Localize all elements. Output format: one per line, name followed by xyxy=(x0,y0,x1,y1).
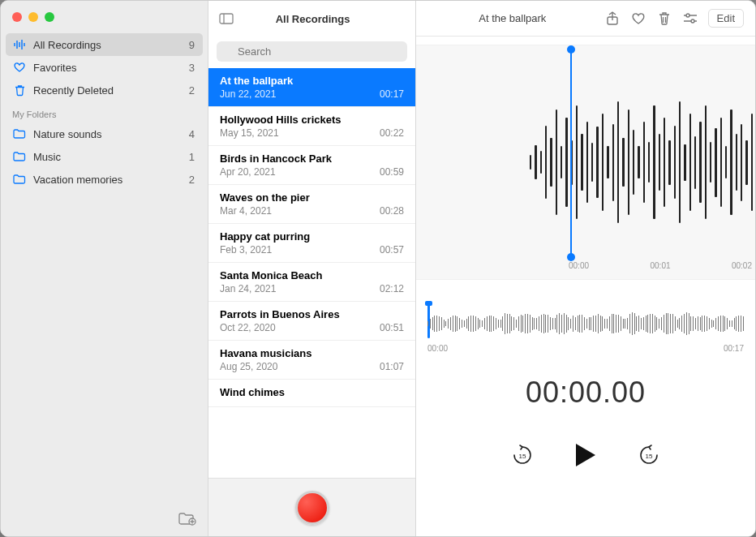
recording-date: Feb 3, 2021 xyxy=(220,244,272,256)
delete-button[interactable] xyxy=(653,7,676,30)
recording-item[interactable]: Birds in Hancock ParkApr 20, 202100:59 xyxy=(208,146,415,185)
recording-title: Birds in Hancock Park xyxy=(220,153,404,165)
recording-title: Wind chimes xyxy=(220,386,404,398)
sidebar-item-label: Recently Deleted xyxy=(33,84,189,97)
my-folders-header: My Folders xyxy=(1,101,208,122)
sidebar-item-count: 2 xyxy=(189,84,195,97)
overview-start-label: 00:00 xyxy=(427,344,448,353)
recording-item[interactable]: Santa Monica BeachJan 24, 202102:12 xyxy=(208,263,415,302)
recording-item[interactable]: At the ballparkJun 22, 202100:17 xyxy=(208,68,415,107)
heart-icon xyxy=(12,62,27,73)
detail-toolbar: At the ballpark Edit xyxy=(416,1,755,37)
recording-date: Oct 22, 2020 xyxy=(220,322,276,333)
trash-icon xyxy=(12,84,27,97)
sidebar-item-favorites[interactable]: Favorites3 xyxy=(1,56,208,79)
tick-label: 00:01 xyxy=(650,261,670,270)
recording-item[interactable]: Wind chimes xyxy=(208,380,415,407)
recording-item[interactable]: Parrots in Buenos AiresOct 22, 202000:51 xyxy=(208,302,415,341)
window-controls xyxy=(1,1,208,30)
playback-controls: 15 15 xyxy=(416,440,755,470)
sidebar-item-label: Nature sounds xyxy=(33,128,189,140)
middle-header: All Recordings xyxy=(208,1,415,37)
favorite-button[interactable] xyxy=(627,7,650,30)
sidebar-item-label: Favorites xyxy=(33,62,189,74)
waveform-icon xyxy=(12,40,27,49)
sidebar-folder-music[interactable]: Music1 xyxy=(1,145,208,168)
zoom-window-button[interactable] xyxy=(45,12,54,22)
sidebar-folder-vacation-memories[interactable]: Vacation memories2 xyxy=(1,168,208,191)
record-button[interactable] xyxy=(295,491,329,525)
skip-forward-15-button[interactable]: 15 xyxy=(636,442,662,468)
recording-date: Jan 24, 2021 xyxy=(220,283,276,294)
svg-text:15: 15 xyxy=(519,453,526,460)
recording-title: Santa Monica Beach xyxy=(220,269,404,281)
recording-duration: 00:28 xyxy=(380,205,404,217)
sidebar-item-recently-deleted[interactable]: Recently Deleted2 xyxy=(1,79,208,101)
sidebar-item-all-recordings[interactable]: All Recordings9 xyxy=(6,33,203,56)
sidebar-folder-nature-sounds[interactable]: Nature sounds4 xyxy=(1,122,208,145)
recording-item[interactable]: Hollywood Hills cricketsMay 15, 202100:2… xyxy=(208,107,415,146)
recording-duration: 00:59 xyxy=(380,166,404,178)
recording-duration: 01:07 xyxy=(380,361,404,372)
waveform-zoomed[interactable]: 00:00 00:01 00:02 xyxy=(416,45,755,280)
recording-title: Hollywood Hills crickets xyxy=(220,114,404,126)
minimize-window-button[interactable] xyxy=(28,12,38,22)
options-button[interactable] xyxy=(679,7,702,30)
recording-item[interactable]: Waves on the pierMar 4, 202100:28 xyxy=(208,185,415,224)
playhead[interactable] xyxy=(570,50,572,256)
waveform-zoomed-bars xyxy=(530,70,755,255)
sidebar-item-label: Music xyxy=(33,151,189,163)
recording-item[interactable]: Havana musiciansAug 25, 202001:07 xyxy=(208,341,415,380)
sidebar-item-label: All Recordings xyxy=(33,39,189,51)
recording-title: Waves on the pier xyxy=(220,191,404,204)
sidebar-list: All Recordings9Favorites3Recently Delete… xyxy=(1,30,208,502)
sidebar-item-count: 2 xyxy=(189,174,195,186)
close-window-button[interactable] xyxy=(12,12,22,22)
recordings-header-title: All Recordings xyxy=(220,13,406,25)
recording-item[interactable]: Happy cat purringFeb 3, 202100:57 xyxy=(208,224,415,263)
play-button[interactable] xyxy=(571,440,600,470)
time-ruler: 00:00 00:01 00:02 xyxy=(416,261,755,279)
svg-text:15: 15 xyxy=(646,453,653,460)
recording-date: May 15, 2021 xyxy=(220,127,279,139)
search-wrap xyxy=(208,37,415,68)
recording-date: Aug 25, 2020 xyxy=(220,361,277,372)
time-display: 00:00.00 xyxy=(416,376,755,410)
recording-title: Havana musicians xyxy=(220,347,404,359)
new-folder-button[interactable] xyxy=(178,513,196,526)
share-button[interactable] xyxy=(601,7,624,30)
recording-title: Happy cat purring xyxy=(220,230,404,243)
recording-date: Apr 20, 2021 xyxy=(220,166,276,178)
recording-duration: 00:57 xyxy=(380,244,404,256)
sidebar-item-count: 1 xyxy=(189,151,195,163)
recordings-column: All Recordings At the ballparkJun 22, 20… xyxy=(208,1,416,536)
waveform-overview-bars xyxy=(427,311,744,337)
tick-label: 00:02 xyxy=(732,261,752,270)
folder-icon xyxy=(12,152,27,161)
sidebar: All Recordings9Favorites3Recently Delete… xyxy=(1,1,208,536)
recording-date: Mar 4, 2021 xyxy=(220,205,272,217)
waveform-overview[interactable]: 00:00 00:17 xyxy=(427,304,744,353)
detail-pane: At the ballpark Edit 00:00 00:01 00:02 xyxy=(416,1,755,536)
recording-date: Jun 22, 2021 xyxy=(220,88,276,100)
record-bar xyxy=(208,478,415,536)
sidebar-item-count: 4 xyxy=(189,128,195,140)
edit-button[interactable]: Edit xyxy=(708,9,744,28)
svg-point-14 xyxy=(686,14,689,17)
recording-duration: 00:17 xyxy=(380,88,404,100)
recording-duration: 00:51 xyxy=(380,322,404,333)
skip-back-15-button[interactable]: 15 xyxy=(509,442,535,468)
recording-title: At the ballpark xyxy=(220,75,404,87)
voice-memos-window: All Recordings9Favorites3Recently Delete… xyxy=(0,0,756,537)
recordings-list: At the ballparkJun 22, 202100:17Hollywoo… xyxy=(208,68,415,478)
sidebar-footer xyxy=(1,502,208,536)
recording-duration: 00:22 xyxy=(380,127,404,139)
sidebar-item-label: Vacation memories xyxy=(33,174,189,186)
sidebar-item-count: 9 xyxy=(189,39,195,51)
overview-end-label: 00:17 xyxy=(724,344,744,353)
search-input[interactable] xyxy=(217,41,407,62)
tick-label: 00:00 xyxy=(569,261,589,270)
recording-duration: 02:12 xyxy=(380,283,404,294)
sidebar-item-count: 3 xyxy=(189,62,195,74)
folder-icon xyxy=(12,129,27,139)
